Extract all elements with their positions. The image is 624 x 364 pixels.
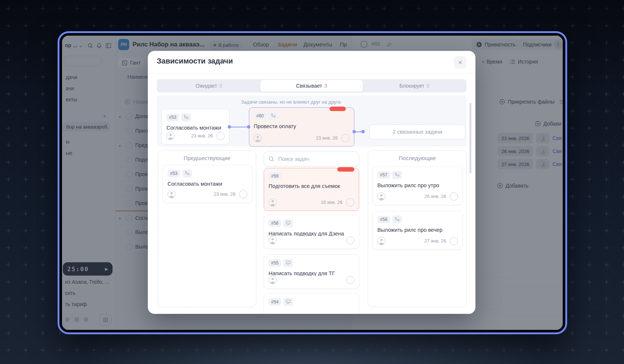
task-title: Согласовать монтажи [168, 181, 247, 187]
column-header: Последующие [368, 155, 467, 161]
task-title: Выложить рилс про вечер [377, 227, 458, 233]
connector-dot [361, 130, 365, 133]
assignee-avatar-placeholder[interactable] [269, 276, 277, 284]
task-id-badge: #60 [254, 112, 266, 120]
close-icon: × [458, 59, 462, 66]
assignee-avatar-placeholder[interactable] [377, 237, 386, 245]
due-date: 23 янв. 26 [316, 136, 338, 141]
task-card[interactable]: #58 Выложить рилс про вечер 27 янв. 26 [373, 211, 463, 250]
due-date: 27 янв. 26 [424, 238, 446, 244]
tab-links[interactable]: Связывает3 [260, 80, 363, 92]
app-window: ор ... ⌄ дачи ачи екты + бор на аквааэро… [58, 31, 567, 334]
dependency-icon [392, 215, 402, 224]
search-input[interactable] [277, 156, 354, 162]
complete-checkbox[interactable] [346, 276, 354, 284]
task-id-badge: #55 [269, 259, 281, 267]
current-task-card[interactable]: #60 Провести оплату 23 янв. 26 [249, 107, 354, 147]
task-id-badge: #58 [377, 216, 390, 223]
comment-icon [283, 259, 293, 267]
task-title: Подготовить все для съемок [269, 183, 354, 189]
comment-icon [283, 219, 293, 227]
relation-tabs: Ожидает0 Связывает3 Блокирует0 [157, 79, 467, 92]
tab-blocks[interactable]: Блокирует0 [363, 80, 466, 92]
task-card-selected[interactable]: #59 Подготовить все для съемок 16 янв. 2… [264, 168, 359, 211]
assignee-avatar-placeholder[interactable] [166, 132, 175, 140]
connector-dot [228, 125, 231, 129]
close-button[interactable]: × [454, 56, 467, 69]
predecessors-column: Предшествующие #53 Согласовать монтажи 2… [158, 150, 256, 307]
task-title: Выложить рилс про утро [377, 182, 458, 188]
modal-divider [148, 73, 475, 74]
assignee-avatar-placeholder[interactable] [168, 190, 176, 198]
modal-title: Зависимости задачи [157, 57, 233, 65]
task-card[interactable]: #55 Написать подводку для ТГ [264, 254, 359, 289]
dependency-icon [269, 112, 278, 120]
due-date: 26 янв. 26 [424, 194, 446, 199]
task-title: Написать подводку для ТГ [269, 270, 354, 276]
assignee-avatar-placeholder[interactable] [377, 192, 386, 201]
task-card[interactable]: #53 Согласовать монтажи 23 янв. 26 [162, 109, 230, 144]
relation-graph-section: Задачи связаны, но не влияют друг на дру… [157, 95, 467, 147]
dependency-icon [392, 171, 402, 179]
dependencies-modal: Зависимости задачи × Ожидает0 Связывает3… [148, 51, 475, 314]
task-title: Согласовать монтажи [166, 125, 225, 131]
assignee-avatar-placeholder[interactable] [254, 134, 262, 142]
dependency-icon [182, 169, 192, 178]
app-screen: ор ... ⌄ дачи ачи екты + бор на аквааэро… [62, 36, 563, 330]
task-card[interactable]: #57 Выложить рилс про утро 26 янв. 26 [373, 166, 463, 205]
priority-flag [337, 167, 354, 172]
complete-checkbox[interactable] [450, 237, 458, 245]
task-search-box[interactable] [264, 152, 359, 166]
dependency-icon [181, 113, 191, 121]
task-card[interactable]: #54 [264, 293, 359, 314]
task-id-badge: #57 [377, 171, 390, 179]
task-title: Написать подводку для Дзена [269, 231, 354, 236]
linked-tasks-summary[interactable]: 2 связанных задачи [370, 124, 465, 139]
task-id-badge: #56 [269, 220, 281, 227]
connector-line [230, 127, 250, 127]
due-date: 16 янв. 26 [321, 200, 342, 205]
task-id-badge: #53 [166, 114, 179, 121]
relation-note: Задачи связаны, но не влияют друг на дру… [231, 99, 350, 105]
task-title: Провести оплату [254, 123, 350, 129]
task-id-badge: #53 [168, 170, 180, 177]
desktop-background: ор ... ⌄ дачи ачи екты + бор на аквааэро… [0, 0, 624, 364]
complete-checkbox[interactable] [450, 192, 458, 201]
task-card[interactable]: #56 Написать подводку для Дзена [264, 215, 359, 249]
column-header: Предшествующие [158, 155, 256, 161]
tab-waits[interactable]: Ожидает0 [157, 80, 260, 92]
complete-checkbox[interactable] [346, 198, 354, 207]
successors-column: Последующие #57 Выложить рилс про утро 2… [368, 150, 467, 307]
task-card[interactable]: #53 Согласовать монтажи 23 янв. 26 [163, 165, 252, 203]
complete-checkbox[interactable] [217, 132, 225, 140]
due-date: 23 янв. 26 [191, 133, 213, 139]
due-date: 23 янв. 26 [214, 192, 235, 197]
complete-checkbox[interactable] [346, 236, 354, 244]
modal-scrollbar[interactable] [469, 103, 471, 173]
complete-checkbox[interactable] [239, 190, 247, 198]
comment-icon [283, 298, 293, 306]
assignee-avatar-placeholder[interactable] [269, 236, 277, 244]
connector-dot [352, 130, 356, 133]
task-id-badge: #59 [269, 172, 281, 180]
connector-dot [247, 125, 250, 129]
task-id-badge: #54 [269, 298, 281, 306]
priority-flag [329, 107, 346, 111]
search-icon [269, 156, 274, 162]
complete-checkbox[interactable] [341, 134, 350, 142]
assignee-avatar-placeholder[interactable] [269, 198, 277, 207]
